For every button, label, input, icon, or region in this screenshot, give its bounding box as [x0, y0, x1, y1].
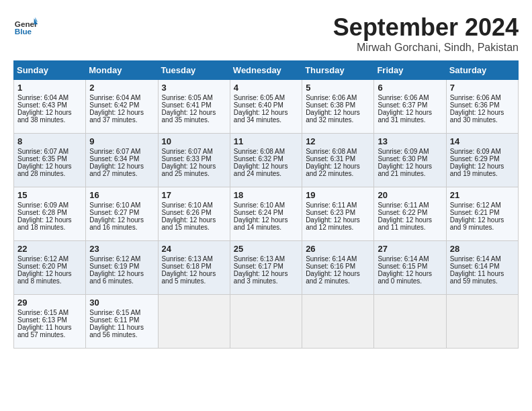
sunrise-text: Sunrise: 6:08 AM	[234, 148, 285, 155]
sunrise-text: Sunrise: 6:10 AM	[234, 201, 285, 209]
calendar-week-row: 1Sunrise: 6:04 AMSunset: 6:43 PMDaylight…	[14, 80, 519, 134]
table-row: 30Sunrise: 6:15 AMSunset: 6:11 PMDayligh…	[86, 295, 158, 349]
table-row: 20Sunrise: 6:11 AMSunset: 6:22 PMDayligh…	[374, 187, 446, 241]
sunrise-text: Sunrise: 6:12 AM	[89, 255, 140, 263]
sunset-text: Sunset: 6:43 PM	[17, 101, 67, 109]
sunrise-text: Sunrise: 6:11 AM	[378, 201, 429, 209]
daylight-text: Daylight: 12 hours and 16 minutes.	[89, 216, 144, 231]
daylight-text: Daylight: 11 hours and 57 minutes.	[17, 324, 72, 338]
sunset-text: Sunset: 6:14 PM	[450, 263, 500, 270]
sunrise-text: Sunrise: 6:11 AM	[306, 201, 357, 209]
header-thursday: Thursday	[302, 61, 374, 80]
sunrise-text: Sunrise: 6:09 AM	[450, 148, 501, 155]
daylight-text: Daylight: 12 hours and 8 minutes.	[17, 270, 72, 285]
sunrise-text: Sunrise: 6:05 AM	[234, 94, 285, 101]
sunset-text: Sunset: 6:27 PM	[89, 209, 139, 216]
daylight-text: Daylight: 12 hours and 35 minutes.	[162, 109, 216, 124]
header-friday: Friday	[374, 61, 446, 80]
title-block: September 2024 Mirwah Gorchani, Sindh, P…	[333, 13, 519, 54]
table-row: 25Sunrise: 6:13 AMSunset: 6:17 PMDayligh…	[230, 241, 302, 295]
table-row: 28Sunrise: 6:14 AMSunset: 6:14 PMDayligh…	[446, 241, 518, 295]
daylight-text: Daylight: 12 hours and 25 minutes.	[162, 163, 216, 177]
calendar-table: Sunday Monday Tuesday Wednesday Thursday…	[13, 60, 519, 349]
day-number: 9	[89, 136, 154, 146]
sunset-text: Sunset: 6:13 PM	[17, 316, 67, 324]
sunset-text: Sunset: 6:19 PM	[89, 263, 139, 270]
calendar-week-row: 15Sunrise: 6:09 AMSunset: 6:28 PMDayligh…	[14, 187, 519, 241]
daylight-text: Daylight: 12 hours and 24 minutes.	[234, 163, 288, 177]
sunset-text: Sunset: 6:26 PM	[162, 209, 212, 216]
calendar-header-row: Sunday Monday Tuesday Wednesday Thursday…	[14, 61, 519, 80]
day-number: 25	[234, 244, 298, 254]
table-row: 5Sunrise: 6:06 AMSunset: 6:38 PMDaylight…	[302, 80, 374, 134]
sunrise-text: Sunrise: 6:09 AM	[378, 148, 429, 155]
sunrise-text: Sunrise: 6:07 AM	[89, 148, 140, 155]
sunrise-text: Sunrise: 6:12 AM	[450, 201, 501, 209]
day-number: 30	[89, 298, 154, 308]
daylight-text: Daylight: 12 hours and 22 minutes.	[306, 163, 360, 177]
day-number: 1	[17, 83, 82, 93]
sunset-text: Sunset: 6:29 PM	[450, 155, 500, 163]
table-row: 24Sunrise: 6:13 AMSunset: 6:18 PMDayligh…	[158, 241, 230, 295]
daylight-text: Daylight: 12 hours and 31 minutes.	[378, 109, 432, 124]
sunset-text: Sunset: 6:38 PM	[306, 101, 355, 109]
daylight-text: Daylight: 12 hours and 0 minutes.	[378, 270, 432, 285]
daylight-text: Daylight: 12 hours and 30 minutes.	[450, 109, 504, 124]
logo-icon: General Blue	[13, 13, 38, 38]
calendar-week-row: 29Sunrise: 6:15 AMSunset: 6:13 PMDayligh…	[14, 295, 519, 349]
logo: General Blue	[13, 13, 38, 38]
sunrise-text: Sunrise: 6:04 AM	[89, 94, 140, 101]
table-row: 9Sunrise: 6:07 AMSunset: 6:34 PMDaylight…	[86, 134, 158, 187]
day-number: 23	[89, 244, 154, 254]
daylight-text: Daylight: 12 hours and 12 minutes.	[306, 216, 360, 231]
daylight-text: Daylight: 11 hours and 59 minutes.	[450, 270, 504, 285]
table-row: 19Sunrise: 6:11 AMSunset: 6:23 PMDayligh…	[302, 187, 374, 241]
table-row: 26Sunrise: 6:14 AMSunset: 6:16 PMDayligh…	[302, 241, 374, 295]
header-saturday: Saturday	[446, 61, 518, 80]
table-row: 15Sunrise: 6:09 AMSunset: 6:28 PMDayligh…	[14, 187, 86, 241]
sunset-text: Sunset: 6:20 PM	[17, 263, 67, 270]
daylight-text: Daylight: 12 hours and 37 minutes.	[89, 109, 144, 124]
sunset-text: Sunset: 6:40 PM	[234, 101, 283, 109]
daylight-text: Daylight: 12 hours and 9 minutes.	[450, 216, 504, 231]
sunrise-text: Sunrise: 6:14 AM	[306, 255, 357, 263]
sunrise-text: Sunrise: 6:14 AM	[450, 255, 501, 263]
sunset-text: Sunset: 6:15 PM	[378, 263, 427, 270]
table-row	[302, 295, 374, 349]
sunset-text: Sunset: 6:37 PM	[378, 101, 427, 109]
sunrise-text: Sunrise: 6:10 AM	[162, 201, 213, 209]
header-monday: Monday	[86, 61, 158, 80]
month-title: September 2024	[333, 13, 519, 42]
sunrise-text: Sunrise: 6:07 AM	[17, 148, 69, 155]
table-row: 22Sunrise: 6:12 AMSunset: 6:20 PMDayligh…	[14, 241, 86, 295]
daylight-text: Daylight: 12 hours and 19 minutes.	[450, 163, 504, 177]
day-number: 19	[306, 190, 370, 200]
table-row	[158, 295, 230, 349]
table-row: 17Sunrise: 6:10 AMSunset: 6:26 PMDayligh…	[158, 187, 230, 241]
sunset-text: Sunset: 6:32 PM	[234, 155, 283, 163]
daylight-text: Daylight: 12 hours and 14 minutes.	[234, 216, 288, 231]
daylight-text: Daylight: 12 hours and 11 minutes.	[378, 216, 432, 231]
table-row: 2Sunrise: 6:04 AMSunset: 6:42 PMDaylight…	[86, 80, 158, 134]
table-row: 1Sunrise: 6:04 AMSunset: 6:43 PMDaylight…	[14, 80, 86, 134]
sunset-text: Sunset: 6:41 PM	[162, 101, 212, 109]
sunset-text: Sunset: 6:18 PM	[162, 263, 212, 270]
table-row	[374, 295, 446, 349]
daylight-text: Daylight: 12 hours and 18 minutes.	[17, 216, 72, 231]
day-number: 18	[234, 190, 298, 200]
daylight-text: Daylight: 12 hours and 2 minutes.	[306, 270, 360, 285]
sunrise-text: Sunrise: 6:10 AM	[89, 201, 140, 209]
sunset-text: Sunset: 6:42 PM	[89, 101, 139, 109]
header-wednesday: Wednesday	[230, 61, 302, 80]
day-number: 29	[17, 298, 82, 308]
sunrise-text: Sunrise: 6:13 AM	[234, 255, 285, 263]
sunrise-text: Sunrise: 6:06 AM	[306, 94, 357, 101]
table-row	[230, 295, 302, 349]
table-row: 11Sunrise: 6:08 AMSunset: 6:32 PMDayligh…	[230, 134, 302, 187]
day-number: 20	[378, 190, 442, 200]
sunrise-text: Sunrise: 6:14 AM	[378, 255, 429, 263]
day-number: 28	[450, 244, 515, 254]
day-number: 8	[17, 136, 82, 146]
day-number: 15	[17, 190, 82, 200]
daylight-text: Daylight: 12 hours and 38 minutes.	[17, 109, 72, 124]
